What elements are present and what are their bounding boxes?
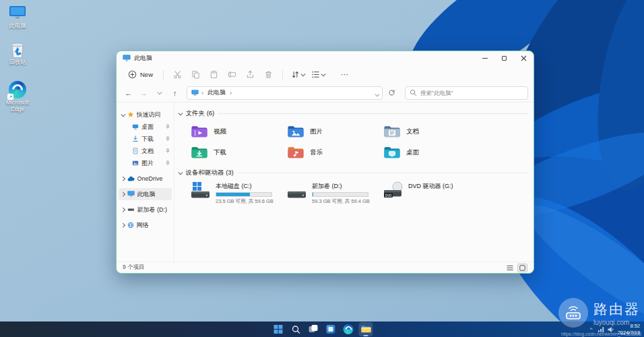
cut-icon: [173, 70, 182, 79]
task-view-button[interactable]: [307, 322, 321, 336]
share-button[interactable]: [242, 68, 259, 82]
taskbar-search-button[interactable]: [289, 322, 303, 336]
up-button[interactable]: ↑: [168, 86, 181, 99]
document-icon: [132, 148, 139, 154]
desktop-icon-label: Microsoft Edge: [0, 100, 35, 113]
rename-button[interactable]: [224, 68, 240, 82]
titlebar[interactable]: 此电脑: [117, 51, 534, 65]
widgets-icon: [327, 325, 335, 334]
sidebar-item-quick-access[interactable]: 快速访问: [119, 109, 172, 121]
explorer-body: 快速访问 桌面 下载 文档: [117, 102, 534, 262]
system-drive-icon: [191, 181, 211, 199]
folder-item-desktop[interactable]: 桌面: [383, 142, 480, 163]
address-dropdown-button[interactable]: [375, 87, 379, 99]
taskbar-edge-button[interactable]: [342, 322, 356, 336]
clock-time: 8:52: [630, 323, 640, 329]
taskbar: ^ 8:52 2024/7/13: [0, 321, 644, 337]
refresh-button[interactable]: [385, 86, 398, 99]
hidden-icons-button[interactable]: ^: [589, 326, 594, 332]
sidebar-item-label: 快速访问: [137, 111, 161, 119]
system-tray: ^ 8:52 2024/7/13: [589, 321, 641, 337]
forward-button[interactable]: →: [137, 86, 150, 99]
more-options-button[interactable]: ⋯: [337, 70, 352, 79]
star-icon: [127, 111, 134, 118]
tray-status-icons[interactable]: [598, 326, 614, 333]
view-icon: [311, 70, 320, 79]
sidebar-item-onedrive[interactable]: OneDrive: [119, 173, 172, 185]
desktop-icon-edge[interactable]: ↗ Microsoft Edge: [0, 81, 35, 113]
large-icons-view-icon: [519, 265, 525, 271]
chevron-down-icon: [121, 112, 125, 116]
folder-item-label: 文档: [406, 127, 419, 136]
details-view-button[interactable]: [505, 264, 515, 272]
sidebar-item-label: 此电脑: [137, 190, 156, 199]
address-bar[interactable]: › 此电脑 ›: [187, 86, 383, 100]
paste-button[interactable]: [205, 68, 222, 82]
cut-button[interactable]: [169, 68, 186, 82]
pin-icon: [165, 124, 170, 129]
group-header-devices[interactable]: 设备和驱动器 (3): [179, 167, 528, 178]
search-icon: [291, 325, 300, 334]
drive-item-c[interactable]: 本地磁盘 (C:) 23.5 GB 可用, 共 59.6 GB: [191, 181, 287, 205]
widgets-button[interactable]: [324, 322, 338, 336]
group-header-folders[interactable]: 文件夹 (6): [179, 108, 528, 119]
desktop-icon-label: 回收站: [9, 59, 26, 66]
sidebar-item-label: OneDrive: [137, 175, 163, 182]
data-drive-icon: [287, 181, 307, 199]
this-pc-icon: [9, 5, 26, 22]
sidebar-item-network[interactable]: 网络: [119, 219, 172, 231]
taskbar-clock[interactable]: 8:52 2024/7/13: [618, 323, 641, 336]
desktop-icon-recycle-bin[interactable]: 回收站: [0, 40, 35, 66]
navigation-pane: 快速访问 桌面 下载 文档: [117, 102, 174, 262]
copy-button[interactable]: [187, 68, 204, 82]
sidebar-item-documents[interactable]: 文档: [119, 145, 172, 157]
close-button[interactable]: [514, 51, 534, 65]
taskbar-explorer-button[interactable]: [359, 322, 373, 336]
copy-icon: [191, 70, 200, 79]
taskbar-center-icons: [271, 321, 373, 337]
back-button[interactable]: ←: [122, 86, 135, 99]
start-button[interactable]: [271, 322, 286, 336]
desktop-icon-this-pc[interactable]: 此电脑: [0, 5, 35, 30]
folder-item-documents[interactable]: 文档: [383, 121, 480, 142]
folder-item-label: 图片: [310, 127, 323, 136]
pin-icon: [165, 148, 170, 154]
download-icon: [132, 135, 139, 142]
folder-item-videos[interactable]: 视频: [191, 121, 287, 142]
minimize-button[interactable]: [475, 51, 494, 65]
network-icon: [127, 222, 134, 228]
task-view-icon: [309, 325, 318, 334]
drives-grid: 本地磁盘 (C:) 23.5 GB 可用, 共 59.6 GB 新加卷 (D: [179, 181, 528, 205]
pin-icon: [165, 136, 170, 142]
new-button[interactable]: New: [123, 68, 158, 81]
pictures-icon: [132, 160, 139, 166]
command-bar: New: [117, 65, 534, 84]
group-header-label: 文件夹 (6): [186, 109, 215, 118]
drive-capacity-bar: [312, 192, 368, 197]
desktop-folder-icon: [383, 146, 401, 160]
sidebar-item-new-volume-d[interactable]: 新加卷 (D:): [119, 204, 172, 216]
chevron-right-icon: [121, 192, 125, 196]
drive-item-dvd[interactable]: DVD DVD 驱动器 (G:): [383, 181, 480, 205]
recent-locations-button[interactable]: [153, 86, 166, 99]
sidebar-item-pictures[interactable]: 图片: [119, 157, 172, 169]
maximize-button[interactable]: [494, 51, 514, 65]
large-icons-view-button[interactable]: [517, 264, 527, 272]
sidebar-item-downloads[interactable]: 下载: [119, 133, 172, 145]
search-box[interactable]: [405, 86, 528, 100]
search-input[interactable]: [420, 90, 523, 96]
sort-button[interactable]: [288, 69, 307, 80]
edge-icon: [344, 324, 354, 334]
breadcrumb-separator: ›: [230, 90, 232, 96]
drive-item-d[interactable]: 新加卷 (D:) 59.3 GB 可用, 共 59.4 GB: [287, 181, 383, 205]
folder-item-downloads[interactable]: 下载: [191, 142, 287, 163]
details-view-icon: [507, 265, 513, 271]
folder-item-pictures[interactable]: 图片: [287, 121, 383, 142]
delete-button[interactable]: [260, 68, 277, 82]
sidebar-item-this-pc[interactable]: 此电脑: [119, 188, 172, 200]
breadcrumb-this-pc[interactable]: 此电脑: [206, 88, 227, 97]
view-button[interactable]: [309, 69, 327, 80]
folder-item-music[interactable]: 音乐: [287, 142, 383, 163]
sidebar-item-desktop[interactable]: 桌面: [119, 121, 172, 133]
chevron-right-icon: [121, 223, 125, 227]
